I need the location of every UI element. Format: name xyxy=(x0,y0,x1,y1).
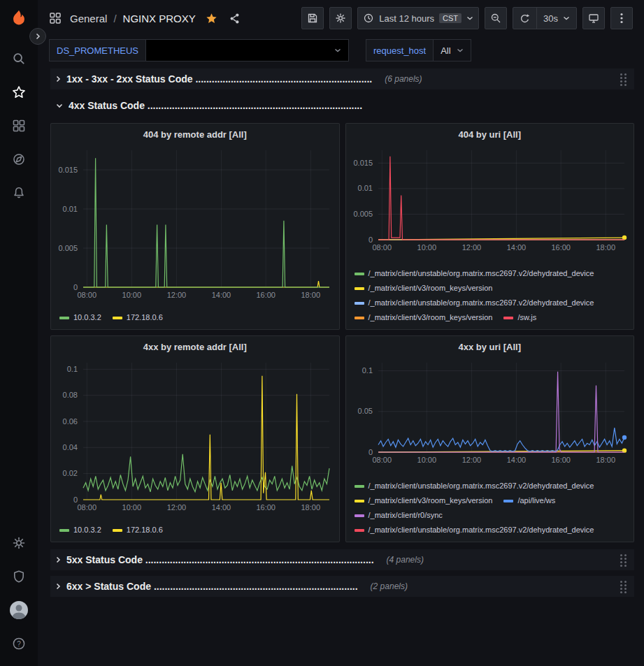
chevron-down-icon xyxy=(457,48,464,52)
sidebar-item-alerting[interactable] xyxy=(4,176,34,210)
sidebar-item-profile[interactable] xyxy=(4,593,34,627)
dashboard-content: 1xx - 3xx - 2xx Status Code ............… xyxy=(38,64,644,666)
row-drag-handle[interactable] xyxy=(620,73,629,86)
legend-label: /_matrix/client/v3/room_keys/version xyxy=(368,281,493,296)
legend-item[interactable]: /_matrix/client/v3/room_keys/version xyxy=(355,493,493,508)
legend-item[interactable]: /sw.js xyxy=(503,310,536,325)
breadcrumb-folder[interactable]: General xyxy=(70,13,107,24)
panel-4xx-by-remote-addr: 4xx by remote addr [All] 00.020.040.060.… xyxy=(50,335,340,542)
svg-text:0.05: 0.05 xyxy=(357,407,372,415)
zoom-out-time-button[interactable] xyxy=(485,7,507,29)
variable-value-datasource[interactable] xyxy=(146,39,349,61)
star-filled-icon xyxy=(206,13,217,24)
legend-item[interactable]: 10.0.3.2 xyxy=(59,523,101,537)
legend-item[interactable]: /_matrix/client/unstable/org.matrix.msc2… xyxy=(355,266,594,281)
gear-icon xyxy=(335,13,346,24)
chart-legend: /_matrix/client/unstable/org.matrix.msc2… xyxy=(346,265,634,329)
time-series-chart[interactable]: 00.0050.010.01508:0010:0012:0014:0016:00… xyxy=(51,145,339,301)
header-toolbar: Last 12 hours CST xyxy=(301,7,633,29)
legend-item[interactable]: /_matrix/client/r0/sync xyxy=(355,508,443,523)
legend-label: /_matrix/client/unstable/org.matrix.msc2… xyxy=(368,296,594,310)
legend-label: /_matrix/client/v3/room_keys/version xyxy=(368,493,493,508)
svg-text:0.1: 0.1 xyxy=(67,365,78,373)
breadcrumb-separator: / xyxy=(113,13,116,24)
sidebar-item-dashboards[interactable] xyxy=(4,109,34,143)
panel-title[interactable]: 4xx by uri [All] xyxy=(346,336,634,357)
share-dashboard-button[interactable] xyxy=(229,13,241,24)
chart-canvas[interactable]: 00.020.040.060.080.108:0010:0012:0014:00… xyxy=(51,357,339,514)
legend-item[interactable]: /_matrix/client/unstable/org.matrix.msc2… xyxy=(355,523,594,537)
dashboard-row-1xx-3xx-2xx[interactable]: 1xx - 3xx - 2xx Status Code ............… xyxy=(50,68,634,89)
bell-icon xyxy=(12,186,26,200)
svg-text:14:00: 14:00 xyxy=(506,456,526,464)
legend-item[interactable]: 172.18.0.6 xyxy=(113,310,163,325)
row-drag-handle[interactable] xyxy=(620,553,629,567)
sidebar-item-search[interactable] xyxy=(4,42,34,75)
legend-swatch xyxy=(503,317,513,319)
sidebar-item-configuration[interactable] xyxy=(4,526,34,560)
svg-text:12:00: 12:00 xyxy=(461,456,481,464)
row-panel-count: (4 panels) xyxy=(387,555,424,565)
grafana-logo[interactable] xyxy=(7,7,31,31)
svg-text:0.005: 0.005 xyxy=(58,244,78,252)
refresh-dashboard-button[interactable] xyxy=(513,8,536,29)
legend-label: /_matrix/client/unstable/org.matrix.msc2… xyxy=(368,479,594,493)
panel-title[interactable]: 404 by remote addr [All] xyxy=(51,124,339,145)
legend-swatch xyxy=(355,317,364,319)
chart-canvas[interactable]: 00.0050.010.01508:0010:0012:0014:0016:00… xyxy=(51,145,339,301)
tv-cycle-view-button[interactable] xyxy=(582,7,605,29)
save-dashboard-button[interactable] xyxy=(301,7,324,29)
legend-swatch xyxy=(355,500,364,502)
favorite-star-button[interactable] xyxy=(206,13,217,24)
grafana-flame-icon xyxy=(8,8,29,29)
grafana-app: ? General / NGINX PROXY xyxy=(0,0,644,666)
row-drag-handle[interactable] xyxy=(620,580,629,593)
variable-label-datasource[interactable]: DS_PROMETHEUS xyxy=(49,39,146,61)
panel-title[interactable]: 4xx by remote addr [All] xyxy=(51,336,339,357)
row-panel-count: (2 panels) xyxy=(371,581,408,591)
more-options-button[interactable] xyxy=(610,7,633,29)
panel-title[interactable]: 404 by uri [All] xyxy=(346,124,634,145)
sidebar-item-explore[interactable] xyxy=(4,143,34,176)
sidebar-item-help[interactable]: ? xyxy=(4,627,34,660)
svg-text:12:00: 12:00 xyxy=(167,503,187,512)
legend-item[interactable]: /_matrix/client/unstable/org.matrix.msc2… xyxy=(355,296,594,310)
legend-item[interactable]: 172.18.0.6 xyxy=(113,523,163,537)
shield-icon xyxy=(12,570,26,584)
time-series-chart[interactable]: 00.0050.010.01508:0010:0012:0014:0016:00… xyxy=(346,145,634,254)
sidebar-expand-button[interactable] xyxy=(29,28,46,45)
dashboard-row-4xx[interactable]: 4xx Status Code ........................… xyxy=(50,95,634,116)
svg-text:0.01: 0.01 xyxy=(63,205,78,213)
legend-item[interactable]: 10.0.3.2 xyxy=(59,310,101,325)
variable-value-request-host[interactable]: All xyxy=(434,39,471,61)
svg-text:0.005: 0.005 xyxy=(353,210,373,218)
refresh-interval-picker[interactable]: 30s xyxy=(536,8,576,29)
chevron-right-icon xyxy=(36,33,41,40)
chart-legend: 10.0.3.2172.18.0.6 xyxy=(51,309,339,329)
sidebar-item-starred[interactable] xyxy=(4,75,34,109)
svg-text:0.01: 0.01 xyxy=(357,184,372,192)
chart-canvas[interactable]: 00.050.108:0010:0012:0014:0016:0018:00 xyxy=(346,357,634,466)
chart-canvas[interactable]: 00.0050.010.01508:0010:0012:0014:0016:00… xyxy=(346,145,634,254)
legend-label: /_matrix/client/v3/room_keys/version xyxy=(368,310,493,325)
dashboard-settings-button[interactable] xyxy=(329,7,352,29)
breadcrumb-dashboard-title[interactable]: NGINX PROXY xyxy=(123,13,196,24)
time-series-chart[interactable]: 00.050.108:0010:0012:0014:0016:0018:00 xyxy=(346,357,634,466)
legend-item[interactable]: /_matrix/client/v3/room_keys/version xyxy=(355,281,493,296)
variable-label-request-host[interactable]: request_host xyxy=(366,39,434,61)
legend-item[interactable]: /api/live/ws xyxy=(503,493,555,508)
row-title: 4xx Status Code ........................… xyxy=(69,100,362,111)
dashboard-apps-icon xyxy=(49,12,62,24)
time-series-chart[interactable]: 00.020.040.060.080.108:0010:0012:0014:00… xyxy=(51,357,339,514)
refresh-interval-value: 30s xyxy=(543,13,558,24)
dashboard-row-6xx[interactable]: 6xx > Status Code ......................… xyxy=(50,576,634,597)
legend-item[interactable]: /_matrix/client/v3/room_keys/version xyxy=(355,310,493,325)
svg-text:16:00: 16:00 xyxy=(551,456,571,464)
legend-item[interactable]: /_matrix/client/unstable/org.matrix.msc2… xyxy=(355,479,594,493)
sidebar-item-server-admin[interactable] xyxy=(4,560,34,593)
chevron-down-icon xyxy=(466,16,473,20)
dashboard-row-5xx[interactable]: 5xx Status Code ........................… xyxy=(50,549,634,570)
time-range-picker[interactable]: Last 12 hours CST xyxy=(357,7,479,29)
svg-text:0.02: 0.02 xyxy=(63,469,78,477)
legend-label: /_matrix/client/unstable/org.matrix.msc2… xyxy=(368,266,594,281)
